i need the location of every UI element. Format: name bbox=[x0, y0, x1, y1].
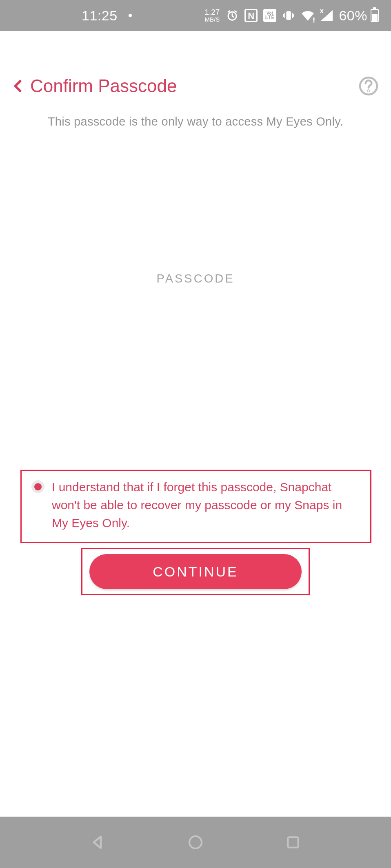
continue-button[interactable]: CONTINUE bbox=[89, 554, 302, 589]
alarm-icon bbox=[226, 9, 239, 22]
status-bar: 11:25 1.27MB/S N Vo)LTE x 60% bbox=[0, 0, 391, 31]
nav-home-button[interactable] bbox=[184, 831, 207, 854]
agreement-text: I understand that if I forget this passc… bbox=[52, 478, 360, 532]
app-content: Confirm Passcode This passcode is the on… bbox=[0, 31, 391, 285]
agreement-radio[interactable] bbox=[31, 480, 44, 493]
nav-recent-button[interactable] bbox=[282, 831, 304, 854]
svg-point-2 bbox=[313, 21, 315, 22]
net-speed-indicator: 1.27MB/S bbox=[204, 9, 220, 23]
cell-signal-icon: x bbox=[320, 10, 333, 21]
system-nav-bar bbox=[0, 817, 391, 868]
svg-rect-3 bbox=[313, 18, 315, 21]
wifi-icon bbox=[301, 10, 315, 21]
passcode-input[interactable]: PASSCODE bbox=[0, 272, 391, 285]
battery-indicator: 60% bbox=[339, 8, 379, 24]
agreement-container: I understand that if I forget this passc… bbox=[20, 470, 371, 543]
nfc-icon: N bbox=[244, 9, 258, 22]
help-button[interactable] bbox=[358, 76, 379, 96]
status-separator-dot bbox=[129, 14, 132, 17]
battery-icon bbox=[371, 9, 379, 22]
continue-highlight-box: CONTINUE bbox=[81, 548, 310, 595]
page-title: Confirm Passcode bbox=[30, 76, 177, 96]
svg-point-5 bbox=[367, 90, 369, 92]
svg-rect-7 bbox=[288, 837, 298, 847]
page-header: Confirm Passcode bbox=[0, 72, 391, 100]
nav-back-button[interactable] bbox=[87, 831, 109, 854]
status-time: 11:25 bbox=[82, 8, 118, 24]
volte-icon: Vo)LTE bbox=[263, 9, 276, 22]
vibrate-icon bbox=[282, 9, 295, 22]
subtitle-text: This passcode is the only way to access … bbox=[0, 115, 391, 128]
back-button[interactable] bbox=[8, 76, 29, 96]
svg-rect-1 bbox=[287, 11, 291, 20]
svg-point-6 bbox=[189, 836, 202, 848]
